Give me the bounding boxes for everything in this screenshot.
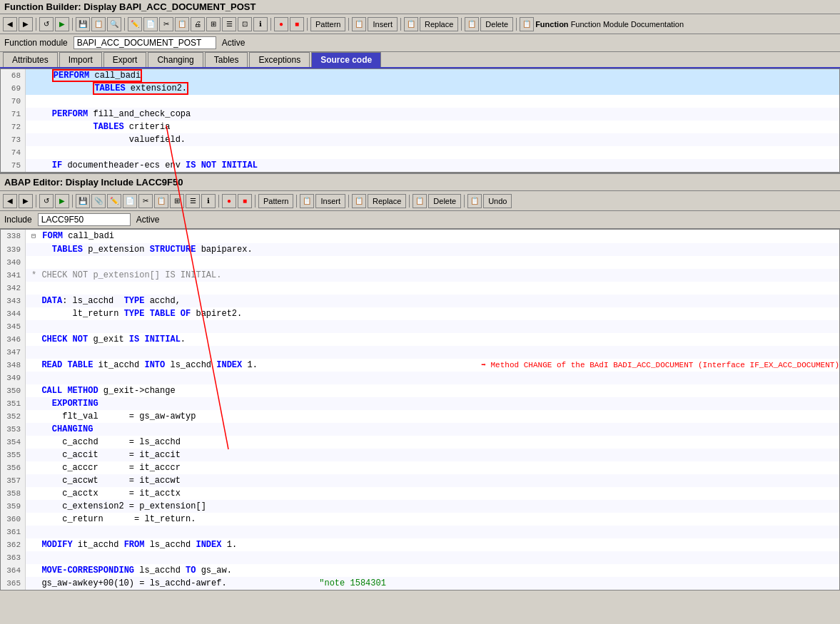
abap-shortcut[interactable]: 📎 (91, 194, 106, 208)
refresh-btn[interactable]: ↺ (39, 17, 54, 31)
delete-icon[interactable]: 📋 (465, 17, 479, 31)
line-content-72: TABLES criteria (26, 121, 839, 133)
abap-run[interactable]: ▶ (55, 194, 69, 208)
code-line-364: 364 MOVE-CORRESPONDING ls_acchd TO gs_aw… (1, 564, 839, 577)
abap-cut[interactable]: ✂ (138, 194, 153, 208)
tab-import[interactable]: Import (59, 52, 102, 67)
bottom-code-editor: 338 ⊟ FORM call_badi 339 TABLES p_extens… (1, 230, 839, 590)
pattern-btn[interactable]: Pattern (310, 17, 345, 31)
line-content-68: PERFORM call_badi (26, 69, 839, 82)
abap-replace-btn[interactable]: Replace (368, 194, 406, 208)
code-line-75: 75 IF documentheader-ecs env IS NOT INIT… (1, 159, 839, 172)
abap-copy2[interactable]: 📄 (123, 194, 137, 208)
title-bar: Function Builder: Display BAPI_ACC_DOCUM… (0, 0, 840, 14)
abap-back-btn[interactable]: ◀ (3, 194, 17, 208)
abap-merge[interactable]: ⊞ (170, 194, 184, 208)
code-line-340: 340 (1, 256, 839, 269)
replace-btn[interactable]: Replace (420, 17, 458, 31)
abap-delete-btn[interactable]: Delete (428, 194, 461, 208)
code-line-345: 345 (1, 320, 839, 333)
line-num-74: 74 (1, 146, 26, 159)
tabs-bar: Attributes Import Export Changing Tables… (0, 52, 840, 68)
code-line-343: 343 DATA: ls_acchd TYPE acchd, (1, 295, 839, 307)
abap-paste2[interactable]: 📋 (154, 194, 168, 208)
fm-row: Function module Active (0, 34, 840, 52)
shortcut-btn[interactable]: 📋 (91, 17, 106, 31)
forward-btn[interactable]: ▶ (19, 17, 33, 31)
line-num-70: 70 (1, 95, 26, 108)
code-line-347: 347 (1, 346, 839, 359)
line-content-69: TABLES extension2. (26, 82, 839, 95)
abap-red2[interactable]: ■ (238, 194, 252, 208)
code-line-361: 361 (1, 526, 839, 538)
code-line-346: 346 CHECK NOT g_exit IS INITIAL. (1, 333, 839, 346)
line-num-71: 71 (1, 108, 26, 121)
tb3[interactable]: ⊡ (238, 17, 252, 31)
abap-edit[interactable]: ✏️ (107, 194, 121, 208)
line-num-72: 72 (1, 121, 26, 133)
tab-attributes[interactable]: Attributes (3, 52, 58, 67)
code-line-349: 349 (1, 372, 839, 384)
fmdoc-icon[interactable]: 📋 (520, 17, 534, 31)
execute-btn[interactable]: ▶ (55, 17, 69, 31)
paste-btn[interactable]: 📋 (175, 17, 189, 31)
abap-insert-btn[interactable]: Insert (315, 194, 345, 208)
info-btn[interactable]: ℹ (253, 17, 268, 31)
tb2[interactable]: ☰ (222, 17, 236, 31)
bottom-code-panel: 338 ⊟ FORM call_badi 339 TABLES p_extens… (0, 229, 840, 590)
save-btn[interactable]: 💾 (76, 17, 90, 31)
back-btn[interactable]: ◀ (3, 17, 17, 31)
tb5[interactable]: ■ (290, 17, 304, 31)
abap-save[interactable]: 💾 (76, 194, 90, 208)
code-line-353: 353 CHANGING (1, 423, 839, 436)
line-content-71: PERFORM fill_and_check_copa (26, 108, 839, 121)
abap-delete-icon[interactable]: 📋 (413, 194, 427, 208)
fm-label: Function module (4, 38, 68, 48)
title-text: Function Builder: Display BAPI_ACC_DOCUM… (4, 1, 255, 12)
print-btn[interactable]: 🖨 (191, 17, 205, 31)
abap-toolbar: ◀ ▶ ↺ ▶ 💾 📎 ✏️ 📄 ✂ 📋 ⊞ ☰ ℹ ● ■ Pattern 📋… (0, 191, 840, 211)
copy2-btn[interactable]: 📋 (352, 17, 366, 31)
fm-input[interactable] (74, 36, 216, 49)
tab-export[interactable]: Export (103, 52, 147, 67)
abap-fwd-btn[interactable]: ▶ (19, 194, 33, 208)
tab-exceptions[interactable]: Exceptions (249, 52, 310, 67)
tb4[interactable]: ● (274, 17, 288, 31)
abap-copy3[interactable]: 📋 (300, 194, 314, 208)
code-line-71: 71 PERFORM fill_and_check_copa (1, 108, 839, 121)
code-line-70: 70 (1, 95, 839, 108)
tab-tables[interactable]: Tables (205, 52, 248, 67)
find-btn[interactable]: 🔍 (107, 17, 121, 31)
code-line-341: 341 * CHECK NOT p_extension[] IS INITIAL… (1, 269, 839, 282)
abap-pattern-btn[interactable]: Pattern (258, 194, 293, 208)
annotation-arrow: ➡︎ Method CHANGE of the BAdI BADI_ACC_DO… (481, 359, 839, 372)
replace-icon[interactable]: 📋 (404, 17, 418, 31)
abap-info[interactable]: ℹ (201, 194, 216, 208)
top-code-editor: 68 PERFORM call_badi 69 TABLES extension… (1, 69, 839, 172)
abap-undo-icon[interactable]: 📋 (467, 194, 482, 208)
include-input[interactable] (38, 213, 131, 226)
tab-source-code[interactable]: Source code (311, 52, 381, 67)
line-content-73: valuefield. (26, 133, 839, 146)
delete-btn[interactable]: Delete (480, 17, 513, 31)
code-line-359: 359 c_extension2 = p_extension[] (1, 500, 839, 513)
abap-red1[interactable]: ● (222, 194, 236, 208)
code-line-362: 362 MODIFY it_acchd FROM ls_acchd INDEX … (1, 538, 839, 551)
tb1[interactable]: ⊞ (206, 17, 221, 31)
insert-btn[interactable]: Insert (368, 17, 398, 31)
fmdoc-label: Function Function Module Documentation (535, 20, 684, 29)
copy-btn[interactable]: 📄 (143, 17, 158, 31)
line-content-70 (26, 95, 839, 108)
code-line-363: 363 (1, 551, 839, 564)
line-content-74 (26, 146, 839, 159)
abap-undo-btn[interactable]: Undo (483, 194, 512, 208)
abap-list[interactable]: ☰ (186, 194, 200, 208)
edit-btn[interactable]: ✏️ (128, 17, 142, 31)
code-line-339: 339 TABLES p_extension STRUCTURE bapipar… (1, 243, 839, 256)
tab-changing[interactable]: Changing (148, 52, 203, 67)
line-num-69: 69 (1, 82, 26, 95)
cut-btn[interactable]: ✂ (159, 17, 173, 31)
abap-replace-icon[interactable]: 📋 (352, 194, 366, 208)
abap-refresh[interactable]: ↺ (39, 194, 54, 208)
code-line-338: 338 ⊟ FORM call_badi (1, 230, 839, 243)
